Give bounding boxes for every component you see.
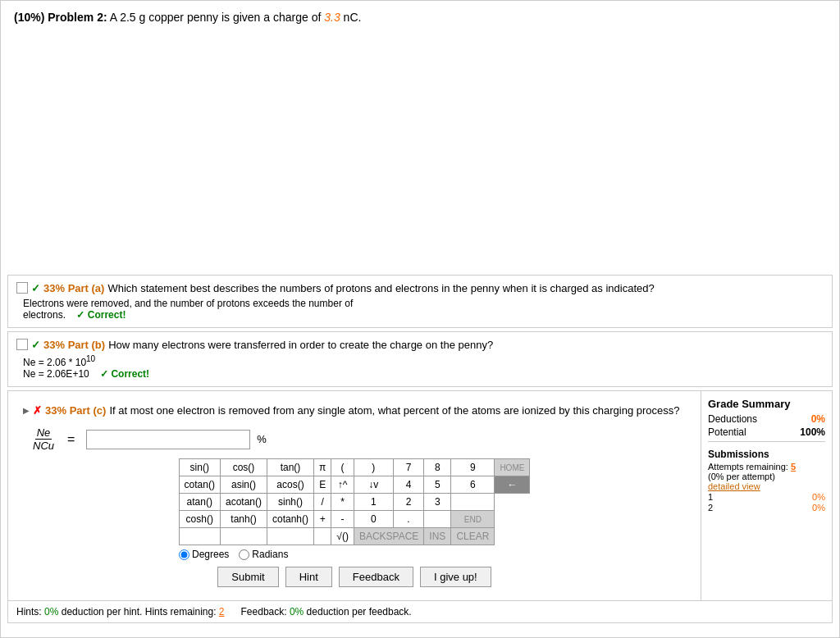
calc-tan[interactable]: tan() <box>267 459 314 476</box>
hints-remaining[interactable]: 2 <box>219 606 225 617</box>
feedback-pct: 0% <box>290 606 304 617</box>
per-attempt: (0% per attempt) <box>708 472 825 481</box>
degrees-label: Degrees <box>192 549 229 560</box>
calc-atan[interactable]: atan() <box>179 494 220 511</box>
feedback-button[interactable]: Feedback <box>339 567 413 587</box>
calc-cos[interactable]: cos() <box>220 459 267 476</box>
calc-end[interactable]: END <box>451 511 495 528</box>
calc-5[interactable]: 5 <box>424 476 451 494</box>
part-a-correct: ✓ Correct! <box>76 309 126 321</box>
calc-empty3 <box>179 528 220 545</box>
part-a-answer2-text: electrons. <box>23 309 66 321</box>
part-c-question: If at most one electron is removed from … <box>109 404 679 417</box>
radians-option[interactable]: Radians <box>239 549 288 560</box>
attempts-value[interactable]: 5 <box>791 462 796 472</box>
calc-0[interactable]: 0 <box>354 511 393 528</box>
calc-plus[interactable]: + <box>314 511 331 528</box>
calc-cotan[interactable]: cotan() <box>179 476 220 494</box>
problem-description: A 2.5 g copper penny is given a charge o… <box>110 11 322 24</box>
bottom-buttons: Submit Hint Feedback I give up! <box>15 567 694 587</box>
calc-sqrt[interactable]: √() <box>331 528 354 545</box>
empty-space <box>1 34 839 271</box>
calc-div[interactable]: / <box>314 494 331 511</box>
calc-down[interactable]: ↓v <box>354 476 393 494</box>
part-b-checkbox[interactable] <box>16 339 28 350</box>
calculator-table: sin() cos() tan() π ( ) 7 8 9 HOME <box>179 458 531 545</box>
calc-empty6 <box>314 528 331 545</box>
degrees-option[interactable]: Degrees <box>179 549 229 560</box>
hint-button[interactable]: Hint <box>285 567 332 587</box>
part-a-checkbox[interactable] <box>16 282 28 294</box>
attempt1-num: 1 <box>708 492 713 502</box>
degrees-radio[interactable] <box>179 549 189 560</box>
radians-radio[interactable] <box>239 549 249 560</box>
part-b-section: ✓ 33% Part (b) How many electrons were t… <box>7 331 833 387</box>
attempt1-pct: 0% <box>812 492 825 502</box>
deductions-row: Deductions 0% <box>708 413 825 425</box>
calc-clear[interactable]: CLEAR <box>451 528 495 545</box>
calc-lparen[interactable]: ( <box>331 459 354 476</box>
potential-value: 100% <box>800 426 825 438</box>
part-a-question: Which statement best describes the numbe… <box>107 282 654 294</box>
charge-value: 3.3 <box>324 11 340 24</box>
calc-sin[interactable]: sin() <box>179 459 220 476</box>
calc-asin[interactable]: asin() <box>220 476 267 494</box>
submissions-title: Submissions <box>708 449 825 460</box>
calc-rparen[interactable]: ) <box>354 459 393 476</box>
calc-3[interactable]: 3 <box>424 494 451 511</box>
calc-sinh[interactable]: sinh() <box>267 494 314 511</box>
calc-back-arrow[interactable]: ← <box>495 476 530 494</box>
deductions-value: 0% <box>811 413 825 425</box>
calc-minus[interactable]: - <box>331 511 354 528</box>
part-a-header: ✓ 33% Part (a) Which statement best desc… <box>16 282 824 294</box>
part-c-arrow: ▶ <box>23 406 30 415</box>
calc-cosh[interactable]: cosh() <box>179 511 220 528</box>
feedback-label: Feedback: <box>241 606 287 617</box>
calc-6[interactable]: 6 <box>451 476 495 494</box>
fraction-denominator: NCu <box>31 440 56 452</box>
part-b-label: 33% Part (b) <box>43 339 105 351</box>
calc-cotanh[interactable]: cotanh() <box>267 511 314 528</box>
part-b-ne1: Ne = 2.06 * 10 <box>23 357 86 368</box>
radians-label: Radians <box>252 549 288 560</box>
calc-tanh[interactable]: tanh() <box>220 511 267 528</box>
part-b-header: ✓ 33% Part (b) How many electrons were t… <box>16 339 824 351</box>
part-c-x-icon: ✗ <box>33 404 42 417</box>
part-b-sup: 10 <box>86 354 95 363</box>
part-b-question: How many electrons were transferred in o… <box>108 339 493 351</box>
deductions-label: Deductions <box>708 413 757 425</box>
calc-mul[interactable]: * <box>331 494 354 511</box>
calc-7[interactable]: 7 <box>393 459 424 476</box>
calc-acotan[interactable]: acotan() <box>220 494 267 511</box>
i-give-up-button[interactable]: I give up! <box>420 567 491 587</box>
calc-ins[interactable]: INS <box>424 528 451 545</box>
calc-1[interactable]: 1 <box>354 494 393 511</box>
part-b-answer2: Ne = 2.06E+10 ✓ Correct! <box>23 368 824 380</box>
attempt2-row: 2 0% <box>708 503 825 513</box>
calc-9[interactable]: 9 <box>451 459 495 476</box>
charge-unit: nC. <box>344 11 362 24</box>
calc-pi[interactable]: π <box>314 459 331 476</box>
potential-label: Potential <box>708 426 746 438</box>
calc-home[interactable]: HOME <box>495 459 530 476</box>
calc-4[interactable]: 4 <box>393 476 424 494</box>
calc-8[interactable]: 8 <box>424 459 451 476</box>
percent-label: % <box>257 433 267 445</box>
calc-backspace[interactable]: BACKSPACE <box>354 528 423 545</box>
calc-acos[interactable]: acos() <box>267 476 314 494</box>
attempt2-pct: 0% <box>812 503 825 513</box>
calc-dot[interactable]: . <box>393 511 424 528</box>
detailed-view-link[interactable]: detailed view <box>708 481 825 491</box>
part-c-header: ▶ ✗ 33% Part (c) If at most one electron… <box>15 398 694 420</box>
calc-empty5 <box>267 528 314 545</box>
answer-input[interactable] <box>86 430 250 449</box>
calc-E[interactable]: E <box>314 476 331 494</box>
calc-empty1 <box>451 494 495 511</box>
submit-button[interactable]: Submit <box>217 567 278 587</box>
part-c-label: 33% Part (c) <box>45 404 106 417</box>
hints-text: deduction per hint. Hints remaining: <box>62 606 217 617</box>
calc-up[interactable]: ↑^ <box>331 476 354 494</box>
page-container: (10%) Problem 2: A 2.5 g copper penny is… <box>0 0 840 638</box>
feedback-section: Feedback: 0% deduction per feedback. <box>241 606 412 617</box>
calc-2[interactable]: 2 <box>393 494 424 511</box>
